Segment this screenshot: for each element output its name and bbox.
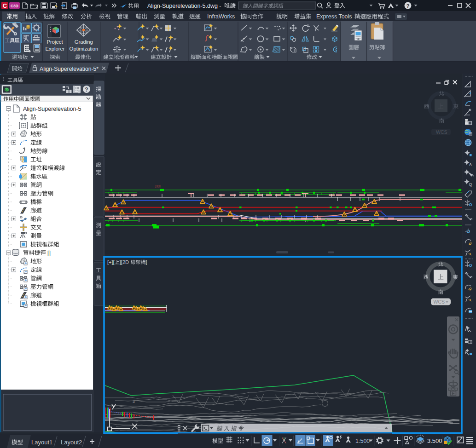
- svg-text:3.500: 3.500: [427, 437, 442, 444]
- svg-text:3: 3: [133, 400, 135, 404]
- svg-text:InfraWorks: InfraWorks: [207, 13, 235, 20]
- svg-text:Explorer: Explorer: [45, 46, 64, 52]
- svg-text:]: ]: [146, 259, 147, 265]
- svg-text:?: ?: [85, 86, 88, 93]
- svg-text:[]: []: [47, 250, 51, 256]
- svg-text:Layout1: Layout1: [31, 439, 52, 446]
- svg-text:Layout2: Layout2: [61, 439, 82, 446]
- svg-text:Grading: Grading: [75, 39, 93, 45]
- svg-text:WCS: WCS: [434, 299, 445, 304]
- svg-text:Align-Superelevation-5.dwg -: Align-Superelevation-5.dwg -: [147, 3, 221, 9]
- svg-text:Express Tools: Express Tools: [316, 13, 352, 20]
- svg-text:Optimization: Optimization: [70, 46, 99, 52]
- svg-text:1:500: 1:500: [355, 438, 370, 444]
- svg-text:Align-Superelevation-5: Align-Superelevation-5: [23, 106, 81, 112]
- svg-text:][2D: ][2D: [120, 259, 129, 265]
- svg-text:A: A: [469, 162, 472, 167]
- svg-text:Align-Superelevation-5*: Align-Superelevation-5*: [40, 66, 99, 72]
- svg-text:[+][: [+][: [107, 259, 115, 265]
- svg-text:WCS: WCS: [436, 129, 447, 135]
- svg-text:?: ?: [406, 3, 409, 9]
- svg-text:C: C: [3, 2, 7, 9]
- svg-text:Q: Q: [469, 182, 472, 187]
- svg-text:C3D: C3D: [11, 4, 18, 8]
- svg-text:Project: Project: [46, 39, 63, 45]
